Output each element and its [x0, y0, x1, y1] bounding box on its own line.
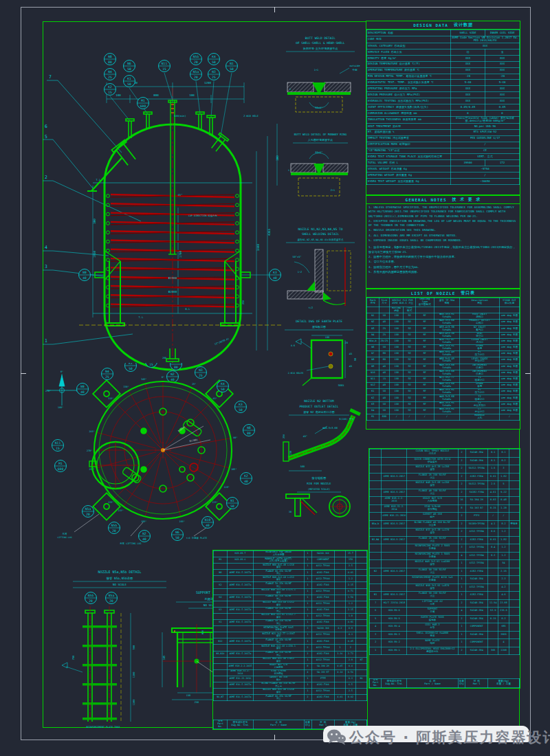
balloon-mark: N5b: [111, 524, 118, 527]
table-cell: K3: [214, 607, 228, 613]
table-cell: 40: [379, 383, 390, 389]
dim-label: (ROTATED SCALE): [308, 488, 330, 491]
table-cell: NOZZLE Φ48.3×3.68 L=150接管: [407, 481, 458, 489]
table-cell: [214, 632, 228, 638]
table-cell: 4: [304, 669, 311, 676]
balloon-mark: N8: [247, 426, 251, 430]
table-row: 6HG9-89-6SUPPORT支腿4SA240-30453.9215.6: [370, 608, 520, 616]
table-cell: XXX: [451, 61, 485, 67]
table-cell: REINFORCEMENT PLATE Φ216 t=6补强板: [407, 576, 458, 584]
nozzle-list-title-cn: 管口表: [461, 290, 475, 296]
table-cell: SA105+TP304: [465, 520, 488, 529]
table-cell: 4.1: [488, 520, 498, 529]
table-cell: NOZZLE Φ48.3×3.68 L=230.1接管: [253, 645, 304, 651]
table-row: N2ASME B16.5-2017FLANGE 50-150 SO/RF法兰1A…: [370, 568, 520, 576]
table-cell: [509, 599, 519, 608]
table-cell: [370, 552, 382, 560]
table-cell: 8.02: [345, 695, 356, 701]
table-row: VESSEL CATEGORY 容器类别XXX: [367, 43, 520, 49]
bom-left-grid: HG9-89-7REINFORCE PAD DN600人孔补强圈1SA240-3…: [213, 551, 367, 701]
table-cell: RF: [416, 376, 434, 382]
dim-label: 0°: [60, 370, 63, 373]
table-row: 4HG9-89-4COIL Φ48.3盘管1COMPONENT685: [370, 623, 520, 632]
table-cell: 1: [458, 631, 465, 639]
table-cell: 0.48: [498, 497, 509, 505]
table-cell: [509, 489, 519, 497]
table-cell: SPARE备用: [460, 344, 500, 351]
table-cell: 1: [304, 551, 311, 557]
table-cell: M1: [214, 557, 228, 564]
table-cell: 2.72: [345, 651, 356, 657]
table-cell: FLANGE 50-150 SO/RF法兰: [253, 582, 304, 588]
table-row: HEAT TREATMENT 热处理NO,per UHA-56: [367, 123, 520, 129]
table-cell: ASME B16.21-2016: [228, 676, 254, 682]
coil-support: [107, 231, 110, 234]
table-cell: [509, 647, 519, 655]
table-cell: SO: [404, 313, 416, 320]
table-cell: [509, 513, 519, 521]
dim-label: 3: [45, 264, 47, 269]
table-cell: A182-F304: [311, 620, 334, 626]
table-cell: [356, 607, 367, 613]
table-cell: 0.9: [345, 626, 356, 632]
note-en-2: 2. EXCEPTED INDICATION ON DRAWING,THE LE…: [368, 219, 518, 228]
bom-right-grid: CLEAN BALL SPRAY NOZZLE清洗球2SA240-3040.10…: [369, 449, 520, 655]
table-cell: N4: [367, 332, 380, 338]
orientation-angle-label: 195°: [141, 520, 146, 523]
table-cell: see dwg 见图: [500, 320, 520, 326]
table-cell: CE: [451, 148, 520, 154]
table-cell: [356, 651, 367, 657]
butt-weld-detail-manway: [291, 153, 348, 196]
table-cell: NO,per UHA-56: [451, 123, 520, 129]
table-cell: [509, 583, 519, 592]
balloon-size: 600: [58, 467, 64, 471]
orientation-angle-label: 45°: [213, 397, 217, 400]
general-notes-panel: GENERAL NOTES 技 术 要 求 1. UNLESS OTHERWIS…: [366, 195, 520, 289]
table-row: 3HG9-89-3SHELL ID2000×12 H=4000筒体1SA240-…: [370, 631, 520, 639]
balloon-size: 50: [127, 82, 131, 86]
table-cell: A182-F304: [465, 568, 488, 576]
table-cell: HG9-89-2: [382, 639, 407, 647]
table-cell: DESIGN TEMPERATURE 设计温度 ℃(℉): [367, 61, 451, 67]
table-cell: Φ88.9×5.49Sch40s: [434, 351, 460, 357]
table-row: K350150SORFΦ60.3×3.91Sch40sLS液位开关口see dw…: [367, 401, 520, 408]
table-cell: ASME B16.5-2017: [382, 520, 407, 529]
weld-detail-column: BUTT WELD DETAILOF SHELL-SHELL & HEAD-SH…: [274, 31, 368, 520]
table-cell: FLANGE 25-150 SO/RF法兰: [407, 536, 458, 544]
table-cell: FLANGE 50-150 SO/RF法兰: [407, 592, 458, 600]
table-cell: NOZZLE Φ88.9×5.49 L=218接管: [253, 689, 304, 695]
table-row: K4ASME B16.5-2017aFLANGE 40-150 SO/RF法兰1…: [214, 594, 367, 601]
table-cell: K2: [367, 395, 380, 401]
table-cell: [488, 631, 498, 639]
table-cell: [370, 481, 382, 489]
table-cell: K1: [214, 620, 228, 626]
table-cell: 名 称Part / Name: [407, 679, 458, 688]
table-cell: VERT. 立式: [451, 154, 520, 160]
table-cell: SA240-304: [311, 626, 334, 632]
table-cell: 0.2: [498, 457, 509, 465]
table-row: N650150SORFΦ60.3×3.91Sch40sSPARE备用see dw…: [367, 344, 520, 351]
table-cell: 150: [390, 332, 404, 338]
table-cell: 1: [304, 576, 311, 582]
table-cell: NOZZLE Φ21.3×2.77 L=3307接管: [253, 632, 304, 638]
table-row: JOINT EFFICIENCY 焊接接头系数(筒体/封头)0.85/0.850…: [367, 104, 520, 110]
table-cell: XXX: [451, 86, 485, 92]
table-cell: A312-TP304: [311, 657, 334, 663]
table-cell: [356, 564, 367, 570]
table-cell: [335, 607, 346, 613]
design-data-title: DESIGN DATA 设计数据: [366, 21, 520, 30]
table-cell: 53.9: [488, 608, 498, 616]
table-cell: [509, 592, 519, 600]
table-cell: RF: [416, 357, 434, 364]
table-cell: 1.8: [345, 613, 356, 619]
table-row: CORROSION ALLOWANCE 腐蚀裕量 mm00: [367, 110, 520, 116]
table-row: N325150SORFΦ33.4×3.38Sch40sN2 INLET氮气口se…: [367, 326, 520, 332]
dim-label: 100: [189, 93, 195, 97]
dim-label: 接管N1,N2,N3,N4,N5-A与筒体焊接节点: [298, 238, 344, 241]
table-cell: 名 称Part / Name: [253, 720, 304, 729]
dim-label: T.L: [96, 178, 102, 181]
table-row: N425150SORFΦ33.4×3.38Sch40sVENT放空口see dw…: [367, 332, 520, 338]
general-notes-title-cn: 技 术 要 求: [452, 197, 481, 203]
table-cell: ASME B16.5-2017a: [228, 682, 254, 688]
table-row: N5a,bASME B16.5-2017BLIND FLANGE 40-150 …: [370, 520, 520, 529]
